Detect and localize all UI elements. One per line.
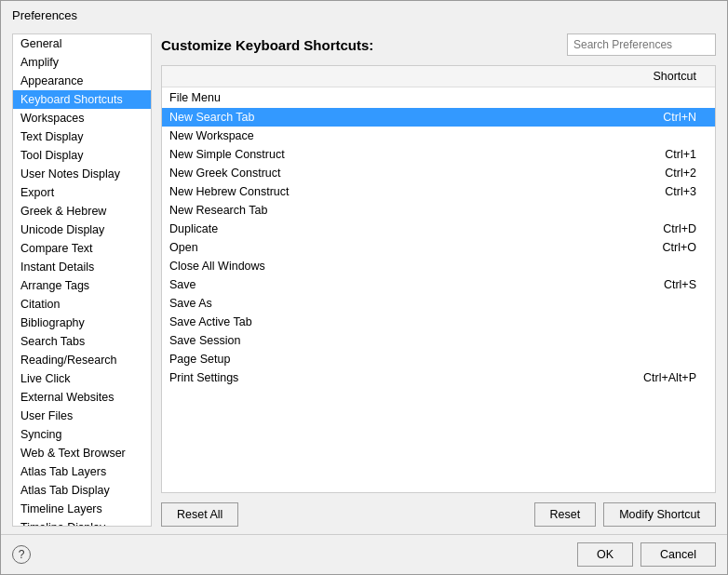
sidebar-item-citation[interactable]: Citation bbox=[13, 295, 151, 314]
row-label: Page Setup bbox=[162, 350, 510, 368]
help-button[interactable]: ? bbox=[12, 545, 31, 564]
main-title: Customize Keyboard Shortcuts: bbox=[161, 37, 373, 53]
sidebar-item-amplify[interactable]: Amplify bbox=[13, 53, 151, 72]
sidebar-item-text-display[interactable]: Text Display bbox=[13, 127, 151, 146]
sidebar-item-export[interactable]: Export bbox=[13, 183, 151, 202]
table-row[interactable]: OpenCtrl+O bbox=[162, 238, 715, 257]
table-row[interactable]: Save Active Tab bbox=[162, 313, 715, 331]
row-label: New Hebrew Construct bbox=[162, 182, 510, 201]
sidebar-item-atlas-tab-display[interactable]: Atlas Tab Display bbox=[13, 481, 151, 500]
row-label: New Greek Construct bbox=[162, 164, 510, 182]
preferences-dialog: Preferences GeneralAmplifyAppearanceKeyb… bbox=[0, 0, 728, 575]
reset-button[interactable]: Reset bbox=[534, 502, 597, 527]
title-bar: Preferences bbox=[1, 1, 727, 26]
main-header: Customize Keyboard Shortcuts: bbox=[161, 33, 716, 56]
footer-buttons: OK Cancel bbox=[577, 542, 716, 567]
table-row[interactable]: Print SettingsCtrl+Alt+P bbox=[162, 368, 715, 387]
shortcuts-table-container: Shortcut File MenuNew Search TabCtrl+NNe… bbox=[161, 65, 716, 493]
search-input[interactable] bbox=[567, 33, 716, 56]
dialog-body: GeneralAmplifyAppearanceKeyboard Shortcu… bbox=[1, 26, 727, 534]
table-row[interactable]: New Simple ConstructCtrl+1 bbox=[162, 145, 715, 164]
table-row[interactable]: New Research Tab bbox=[162, 201, 715, 220]
row-shortcut: Ctrl+1 bbox=[510, 145, 715, 164]
row-shortcut bbox=[510, 201, 715, 220]
sidebar-item-user-notes-display[interactable]: User Notes Display bbox=[13, 165, 151, 183]
sidebar-item-tool-display[interactable]: Tool Display bbox=[13, 146, 151, 165]
row-label: Save Session bbox=[162, 331, 510, 350]
table-row[interactable]: DuplicateCtrl+D bbox=[162, 220, 715, 238]
table-row[interactable]: New Greek ConstructCtrl+2 bbox=[162, 164, 715, 182]
row-label: Save bbox=[162, 275, 510, 294]
table-header-row: Shortcut bbox=[162, 66, 715, 87]
sidebar-item-external-websites[interactable]: External Websites bbox=[13, 388, 151, 407]
row-label: Duplicate bbox=[162, 220, 510, 238]
main-content: Customize Keyboard Shortcuts: Shortcut F… bbox=[161, 33, 716, 527]
row-label: New Simple Construct bbox=[162, 145, 510, 164]
row-shortcut bbox=[510, 331, 715, 350]
row-label: Close All Windows bbox=[162, 257, 510, 275]
cancel-button[interactable]: Cancel bbox=[640, 542, 716, 567]
row-label: Save Active Tab bbox=[162, 313, 510, 331]
reset-all-button[interactable]: Reset All bbox=[161, 502, 238, 527]
sidebar-item-atlas-tab-layers[interactable]: Atlas Tab Layers bbox=[13, 462, 151, 481]
col-action bbox=[162, 66, 510, 87]
table-row[interactable]: Save Session bbox=[162, 331, 715, 350]
section-label-row: File Menu bbox=[162, 87, 715, 109]
sidebar-item-timeline-layers[interactable]: Timeline Layers bbox=[13, 500, 151, 518]
table-row[interactable]: SaveCtrl+S bbox=[162, 275, 715, 294]
table-row[interactable]: New Search TabCtrl+N bbox=[162, 108, 715, 127]
sidebar-item-bibliography[interactable]: Bibliography bbox=[13, 314, 151, 332]
sidebar-item-general[interactable]: General bbox=[13, 34, 151, 53]
sidebar-item-syncing[interactable]: Syncing bbox=[13, 425, 151, 444]
sidebar-item-reading-research[interactable]: Reading/Research bbox=[13, 351, 151, 369]
sidebar: GeneralAmplifyAppearanceKeyboard Shortcu… bbox=[12, 33, 152, 527]
row-label: Open bbox=[162, 238, 510, 257]
row-shortcut: Ctrl+3 bbox=[510, 182, 715, 201]
sidebar-item-appearance[interactable]: Appearance bbox=[13, 72, 151, 90]
sidebar-item-greek---hebrew[interactable]: Greek & Hebrew bbox=[13, 202, 151, 221]
table-row[interactable]: Page Setup bbox=[162, 350, 715, 368]
row-label: New Research Tab bbox=[162, 201, 510, 220]
row-shortcut: Ctrl+O bbox=[510, 238, 715, 257]
sidebar-item-user-files[interactable]: User Files bbox=[13, 407, 151, 425]
table-row[interactable]: New Hebrew ConstructCtrl+3 bbox=[162, 182, 715, 201]
row-label: Save As bbox=[162, 294, 510, 313]
table-row[interactable]: New Workspace bbox=[162, 127, 715, 145]
row-label: New Search Tab bbox=[162, 108, 510, 127]
sidebar-item-instant-details[interactable]: Instant Details bbox=[13, 258, 151, 276]
row-shortcut bbox=[510, 294, 715, 313]
row-shortcut: Ctrl+Alt+P bbox=[510, 368, 715, 387]
row-shortcut bbox=[510, 350, 715, 368]
row-label: New Workspace bbox=[162, 127, 510, 145]
dialog-footer: ? OK Cancel bbox=[1, 534, 727, 574]
bottom-buttons: Reset All Reset Modify Shortcut bbox=[161, 502, 716, 527]
sidebar-item-search-tabs[interactable]: Search Tabs bbox=[13, 332, 151, 351]
row-shortcut bbox=[510, 313, 715, 331]
sidebar-item-web---text-browser[interactable]: Web & Text Browser bbox=[13, 444, 151, 462]
sidebar-item-compare-text[interactable]: Compare Text bbox=[13, 239, 151, 258]
dialog-title: Preferences bbox=[12, 8, 77, 22]
row-shortcut bbox=[510, 127, 715, 145]
col-shortcut: Shortcut bbox=[510, 66, 715, 87]
row-shortcut: Ctrl+2 bbox=[510, 164, 715, 182]
sidebar-item-timeline-display[interactable]: Timeline Display bbox=[13, 518, 151, 527]
table-row[interactable]: Save As bbox=[162, 294, 715, 313]
shortcuts-table: Shortcut File MenuNew Search TabCtrl+NNe… bbox=[162, 66, 715, 387]
ok-button[interactable]: OK bbox=[577, 542, 633, 567]
table-row[interactable]: Close All Windows bbox=[162, 257, 715, 275]
row-shortcut: Ctrl+S bbox=[510, 275, 715, 294]
row-shortcut: Ctrl+N bbox=[510, 108, 715, 127]
bottom-buttons-right: Reset Modify Shortcut bbox=[534, 502, 717, 527]
sidebar-item-arrange-tags[interactable]: Arrange Tags bbox=[13, 276, 151, 295]
row-shortcut: Ctrl+D bbox=[510, 220, 715, 238]
row-shortcut bbox=[510, 257, 715, 275]
modify-shortcut-button[interactable]: Modify Shortcut bbox=[603, 502, 716, 527]
row-label: Print Settings bbox=[162, 368, 510, 387]
sidebar-item-workspaces[interactable]: Workspaces bbox=[13, 109, 151, 127]
sidebar-item-live-click[interactable]: Live Click bbox=[13, 369, 151, 388]
sidebar-item-keyboard-shortcuts[interactable]: Keyboard Shortcuts bbox=[13, 90, 151, 109]
sidebar-item-unicode-display[interactable]: Unicode Display bbox=[13, 221, 151, 239]
